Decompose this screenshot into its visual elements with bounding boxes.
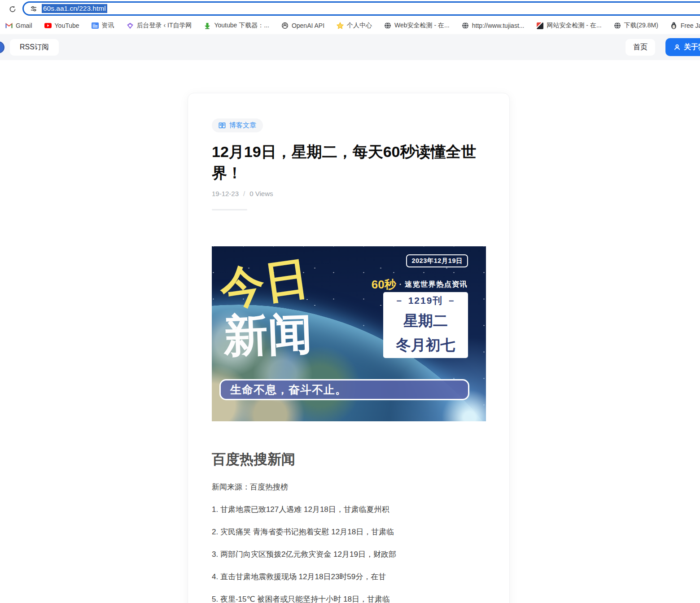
reload-button[interactable] (6, 3, 19, 15)
banner-headline-line2: 新闻 (223, 310, 313, 358)
globe-icon (384, 22, 391, 29)
rss-label: RSS订阅 (20, 43, 49, 52)
article-views: 0 Views (249, 190, 273, 197)
news-item: 3. 两部门向灾区预拨2亿元救灾资金 12月19日，财政部 (212, 549, 486, 559)
lunar-date-label: 冬月初七 (396, 335, 455, 355)
category-badge[interactable]: 博客文章 (212, 118, 263, 132)
bookmark-label: 网站安全检测 - 在... (547, 22, 601, 30)
bookmark-openai-api[interactable]: OpenAI API (281, 22, 324, 29)
java-icon (670, 22, 678, 29)
bookmark-youtube-downloader[interactable]: Youtube 下载器：... (204, 22, 269, 30)
bookmark-label: Gmail (16, 22, 32, 29)
globe-icon (614, 22, 621, 29)
reload-icon (9, 5, 16, 13)
globe-icon (462, 22, 469, 29)
article-title: 12月19日，星期二，每天60秒读懂全世界！ (212, 141, 490, 184)
sixty-seconds-label: 60秒 (372, 277, 396, 293)
news-banner-image: 今日 新闻 2023年12月19日 60秒 · 速览世界热点资讯 － 1219刊… (212, 246, 486, 421)
news-source: 新闻来源：百度热搜榜 (212, 482, 486, 492)
star-icon (337, 22, 344, 29)
news-item: 4. 直击甘肃地震救援现场 12月18日23时59分，在甘 (212, 572, 486, 582)
article-meta: 19-12-23 / 0 Views (212, 190, 486, 197)
site-logo[interactable] (0, 41, 4, 53)
meta-separator: / (243, 190, 245, 197)
gmail-icon (5, 22, 13, 29)
bookmark-label: 资讯 (102, 22, 114, 30)
openai-icon (281, 22, 289, 29)
bookmark-label: 个人中心 (347, 22, 372, 30)
bookmark-label: Youtube 下载器：... (214, 22, 269, 30)
safety-icon (536, 22, 543, 29)
badge-label: 博客文章 (229, 121, 256, 130)
news-item: 5. 夜里-15℃ 被困者或只能坚持十小时 18日，甘肃临 (212, 594, 486, 603)
purple-gem-icon (127, 22, 134, 29)
quote-bar: 生命不息，奋斗不止。 (219, 379, 469, 400)
url-text-selected: 60s.aa1.cn/223.html (42, 4, 107, 13)
home-button[interactable]: 首页 (626, 39, 655, 56)
address-bar[interactable]: 60s.aa1.cn/223.html (22, 1, 700, 16)
bookmark-java-course[interactable]: Free Java Course f... (670, 22, 700, 29)
tagline-text: 速览世界热点资讯 (405, 280, 468, 289)
bookmark-label: http://www.tujiast... (472, 22, 525, 29)
bookmark-label: YouTube (55, 22, 79, 29)
google-news-icon (92, 22, 99, 29)
weekday-label: 星期二 (403, 311, 448, 331)
issue-card: － 1219刊 － 星期二 冬月初七 (383, 292, 468, 358)
bookmark-admin-login[interactable]: 后台登录 ‹ IT自学网 (127, 22, 192, 30)
bookmark-site-security[interactable]: 网站安全检测 - 在... (536, 22, 601, 30)
article-card: 博客文章 12月19日，星期二，每天60秒读懂全世界！ 19-12-23 / 0… (188, 93, 510, 603)
tagline-separator: · (399, 280, 402, 288)
blog-article-icon (219, 122, 226, 129)
browser-window: 60s.aa1.cn/223.html Gmail YouTube 资讯 (0, 0, 700, 603)
person-icon (674, 44, 681, 51)
home-label: 首页 (633, 43, 648, 52)
rss-subscribe-button[interactable]: RSS订阅 (10, 39, 59, 56)
bookmark-label: 下载(29.8M) (624, 22, 658, 30)
bookmark-label: OpenAI API (292, 22, 324, 29)
bookmark-tujiast[interactable]: http://www.tujiast... (462, 22, 525, 29)
about-label: 关于我 (684, 43, 700, 52)
bookmark-download[interactable]: 下载(29.8M) (614, 22, 658, 30)
bookmark-label: 后台登录 ‹ IT自学网 (137, 22, 192, 30)
article-date: 19-12-23 (212, 190, 239, 197)
bookmark-label: Web安全检测 - 在... (394, 22, 450, 30)
site-header: RSS订阅 首页 关于我 (0, 34, 700, 60)
bookmark-gmail[interactable]: Gmail (5, 22, 32, 29)
bookmark-label: Free Java Course f... (681, 22, 700, 29)
banner-date-badge: 2023年12月19日 (406, 254, 468, 267)
news-item: 1. 甘肃地震已致127人遇难 12月18日，甘肃临夏州积 (212, 504, 486, 515)
youtube-icon (44, 22, 52, 29)
site-settings-icon[interactable] (30, 5, 37, 12)
bookmarks-bar: Gmail YouTube 资讯 后台登录 ‹ IT自学网 Youtube 下载… (0, 17, 700, 34)
about-me-button[interactable]: 关于我 (665, 38, 700, 56)
news-item: 2. 灾民痛哭 青海省委书记抱着安慰 12月18日，甘肃临 (212, 527, 486, 537)
bookmark-news[interactable]: 资讯 (92, 22, 114, 30)
issue-number: － 1219刊 － (394, 294, 457, 307)
news-section-heading: 百度热搜新闻 (212, 450, 486, 469)
banner-headline-line1: 今日 (217, 255, 311, 311)
bookmark-web-security[interactable]: Web安全检测 - 在... (384, 22, 450, 30)
divider (212, 209, 247, 210)
banner-headline: 今日 新闻 (223, 267, 312, 357)
banner-tagline: 60秒 · 速览世界热点资讯 (372, 277, 468, 293)
bookmark-youtube[interactable]: YouTube (44, 22, 79, 29)
bookmark-profile[interactable]: 个人中心 (337, 22, 372, 30)
green-download-icon (204, 22, 211, 29)
browser-toolbar: 60s.aa1.cn/223.html (0, 0, 700, 17)
